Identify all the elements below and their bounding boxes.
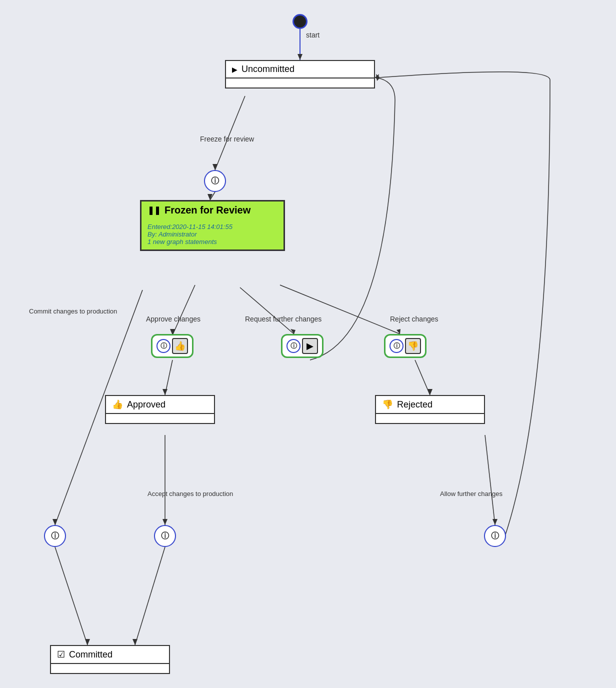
committed-footer <box>51 663 169 673</box>
info-icon-allow: ⓘ <box>491 531 499 542</box>
svg-line-4 <box>210 192 215 200</box>
frozen-header: ❚❚ Frozen for Review <box>142 202 284 219</box>
svg-line-14 <box>415 360 430 395</box>
frozen-label: Frozen for Review <box>164 204 250 216</box>
commit-info-circle[interactable]: ⓘ <box>44 525 66 547</box>
approve-info[interactable]: ⓘ <box>156 339 170 353</box>
uncommitted-footer <box>226 78 374 88</box>
svg-marker-13 <box>396 329 400 334</box>
svg-line-26 <box>135 547 165 645</box>
frozen-state[interactable]: ❚❚ Frozen for Review Entered:2020-11-15 … <box>140 200 285 251</box>
approved-box[interactable]: 👍 Approved <box>105 395 215 424</box>
reject-transition[interactable]: ⓘ 👎 <box>384 334 426 358</box>
info-icon-accept: ⓘ <box>161 531 169 542</box>
svg-marker-3 <box>212 164 218 170</box>
thumbdown-icon: 👎 <box>382 399 393 410</box>
svg-marker-9 <box>162 389 168 395</box>
pause-icon: ❚❚ <box>148 206 160 215</box>
allow-further-info-circle[interactable]: ⓘ <box>484 525 506 547</box>
uncommitted-label: Uncommitted <box>242 64 294 74</box>
svg-marker-5 <box>208 194 212 200</box>
allow-further-label: Allow further changes <box>440 490 502 498</box>
uncommitted-box[interactable]: ▶ Uncommitted <box>225 60 375 88</box>
approve-transition[interactable]: ⓘ 👍 <box>151 334 194 358</box>
freeze-label: Freeze for review <box>200 135 254 143</box>
svg-marker-25 <box>85 639 90 645</box>
accept-label: Accept changes to production <box>148 490 233 498</box>
check-icon: ☑ <box>57 649 65 660</box>
svg-marker-21 <box>162 519 168 525</box>
request-further-transition[interactable]: ⓘ ▶ <box>281 334 324 358</box>
svg-line-10 <box>240 288 294 334</box>
rejected-box[interactable]: 👎 Rejected <box>375 395 485 424</box>
rejected-state[interactable]: 👎 Rejected <box>375 395 485 424</box>
request-icon: ▶ <box>302 338 318 354</box>
accept-info-circle[interactable]: ⓘ <box>154 525 176 547</box>
approved-label: Approved <box>127 400 166 410</box>
svg-marker-11 <box>290 329 296 334</box>
uncommitted-state[interactable]: ▶ Uncommitted <box>225 60 375 88</box>
frozen-entered: Entered:2020-11-15 14:01:55 <box>148 223 278 230</box>
committed-state[interactable]: ☑ Committed <box>50 645 170 674</box>
svg-marker-27 <box>132 639 138 645</box>
svg-line-17 <box>485 435 495 525</box>
svg-marker-18 <box>492 519 498 525</box>
svg-line-6 <box>172 285 195 335</box>
svg-line-12 <box>280 285 400 334</box>
svg-marker-1 <box>298 54 302 60</box>
request-further-label: Request further changes <box>245 315 322 323</box>
approved-header: 👍 Approved <box>106 396 214 413</box>
uncommitted-header: ▶ Uncommitted <box>226 61 374 78</box>
committed-header: ☑ Committed <box>51 646 169 663</box>
play-icon: ▶ <box>232 66 238 74</box>
info-icon: ⓘ <box>211 176 219 186</box>
rejected-label: Rejected <box>397 400 432 410</box>
reject-info[interactable]: ⓘ <box>390 339 404 353</box>
freeze-info-circle[interactable]: ⓘ <box>204 170 226 192</box>
approved-state[interactable]: 👍 Approved <box>105 395 215 424</box>
frozen-body: Entered:2020-11-15 14:01:55 By: Administ… <box>142 219 284 250</box>
start-label: start <box>306 31 320 39</box>
reject-label: Reject changes <box>390 315 438 323</box>
svg-marker-15 <box>428 389 432 395</box>
start-node <box>292 14 308 29</box>
reject-icon: 👎 <box>405 338 421 354</box>
frozen-box[interactable]: ❚❚ Frozen for Review Entered:2020-11-15 … <box>140 200 285 251</box>
svg-marker-16 <box>375 74 379 80</box>
committed-label: Committed <box>69 650 112 660</box>
rejected-footer <box>376 413 484 423</box>
approve-icon: 👍 <box>172 338 188 354</box>
commit-label: Commit changes to production <box>29 308 117 315</box>
svg-line-8 <box>165 360 172 395</box>
thumbup-icon: 👍 <box>112 399 123 410</box>
svg-line-24 <box>55 547 88 645</box>
frozen-by: By: Administrator <box>148 230 278 238</box>
committed-box[interactable]: ☑ Committed <box>50 645 170 674</box>
approved-footer <box>106 413 214 423</box>
request-info[interactable]: ⓘ <box>286 339 300 353</box>
info-icon-commit: ⓘ <box>51 531 59 542</box>
approve-label: Approve changes <box>146 315 200 323</box>
svg-marker-19 <box>376 74 380 81</box>
svg-line-2 <box>215 96 245 170</box>
rejected-header: 👎 Rejected <box>376 396 484 413</box>
svg-marker-23 <box>52 519 58 525</box>
diagram-container: start ▶ Uncommitted Freeze for review ⓘ … <box>0 0 616 688</box>
frozen-statements: 1 new graph statements <box>148 238 278 246</box>
